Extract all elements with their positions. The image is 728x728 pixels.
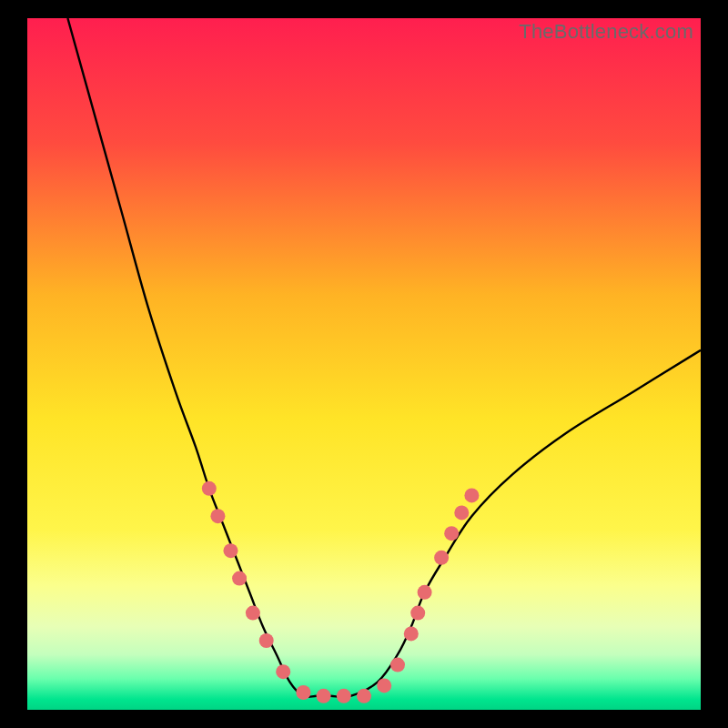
data-marker [434,551,449,565]
data-marker [337,689,351,703]
data-marker [454,505,469,520]
data-marker [317,689,331,703]
data-marker [246,606,260,621]
data-marker [276,664,290,679]
data-marker [464,488,479,502]
data-marker [210,509,225,523]
data-marker [223,543,238,558]
data-marker [410,606,425,621]
data-marker [444,526,459,541]
gradient-background [27,18,701,710]
watermark-text: TheBottleneck.com [519,20,693,44]
data-marker [404,626,419,641]
data-marker [390,658,405,672]
bottleneck-chart [27,18,701,710]
plot-area: TheBottleneck.com [27,18,701,710]
data-marker [202,481,217,496]
data-marker [259,633,274,648]
outer-frame: TheBottleneck.com [0,0,728,728]
data-marker [296,685,310,700]
data-marker [357,689,371,703]
data-marker [377,678,391,693]
data-marker [418,585,432,600]
data-marker [232,571,247,586]
